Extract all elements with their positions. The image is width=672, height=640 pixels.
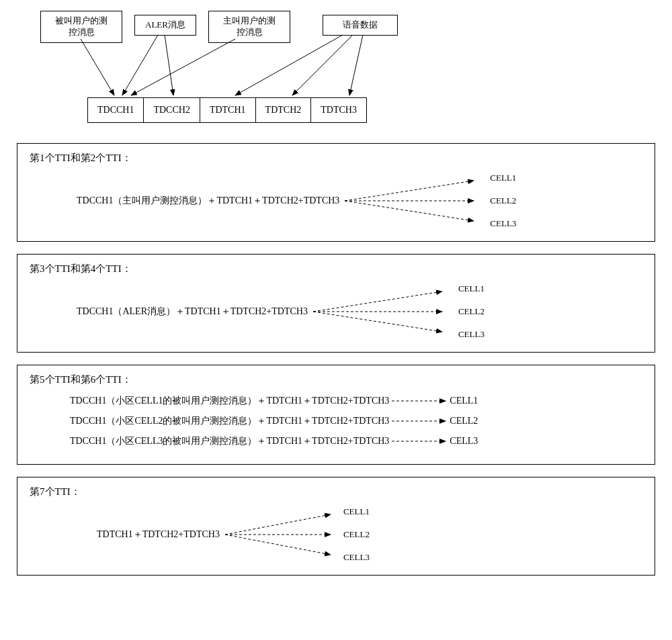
cell-label: CELL1: [458, 283, 485, 294]
cell-label: CELL3: [458, 329, 485, 340]
source-box-calling-user: 主叫用户的测控消息: [208, 11, 290, 43]
channel-tdcch2: TDCCH2: [143, 97, 200, 123]
arrow-straight: [389, 414, 450, 428]
panel-title: 第7个TTI：: [30, 486, 642, 498]
fanout-arrows: [339, 174, 487, 228]
source-box-aler: ALER消息: [134, 15, 196, 36]
svg-line-9: [345, 201, 474, 221]
cell-label: CELL3: [343, 552, 370, 563]
expression: TDCCH1（小区CELL2的被叫用户测控消息）＋TDTCH1＋TDTCH2+T…: [70, 415, 389, 427]
svg-line-0: [81, 39, 114, 95]
panel-tti-1-2: 第1个TTI和第2个TTI： TDCCH1（主叫用户测控消息）＋TDTCH1＋T…: [17, 143, 655, 242]
cell-label: CELL3: [490, 218, 516, 229]
svg-line-7: [345, 181, 474, 201]
cell-label: CELL2: [450, 416, 478, 426]
svg-line-18: [225, 535, 331, 555]
source-label: 主叫用户的测控消息: [223, 15, 276, 37]
cell-label: CELL2: [458, 306, 485, 317]
cell-label: CELL2: [343, 529, 370, 540]
channel-tdtch1: TDTCH1: [200, 97, 256, 123]
svg-line-10: [313, 291, 442, 312]
cell-targets: CELL1 CELL2 CELL3: [458, 283, 485, 340]
source-box-called-user: 被叫用户的测控消息: [40, 11, 122, 43]
source-box-voice-data: 语音数据: [323, 15, 398, 36]
panel-tti-7: 第7个TTI： TDTCH1＋TDTCH2+TDTCH3 CELL1 CELL2…: [17, 477, 655, 576]
expression: TDCCH1（主叫用户测控消息）＋TDTCH1＋TDTCH2+TDTCH3: [77, 195, 339, 207]
channel-tdcch1: TDCCH1: [87, 97, 144, 123]
panel-title: 第3个TTI和第4个TTI：: [30, 263, 642, 275]
expression: TDCCH1（ALER消息）＋TDTCH1＋TDTCH2+TDTCH3: [77, 306, 308, 318]
svg-line-1: [122, 35, 158, 95]
expression: TDCCH1（小区CELL3的被叫用户测控消息）＋TDTCH1＋TDTCH2+T…: [70, 435, 389, 447]
panel-title: 第5个TTI和第6个TTI：: [30, 373, 642, 386]
cell-targets: CELL1 CELL2 CELL3: [343, 506, 370, 563]
arrow-straight: [389, 435, 450, 448]
arrow-straight: [389, 394, 450, 408]
cell-label: CELL2: [490, 195, 516, 206]
svg-line-6: [349, 35, 363, 95]
panel-tti-5-6: 第5个TTI和第6个TTI： TDCCH1（小区CELL1的被叫用户测控消息）＋…: [17, 365, 655, 465]
svg-line-12: [313, 312, 442, 332]
cell-label: CELL3: [450, 436, 478, 447]
cell-label: CELL1: [450, 396, 478, 406]
fanout-arrows: [308, 285, 456, 338]
channel-tdtch3: TDTCH3: [310, 97, 367, 123]
svg-line-3: [131, 39, 235, 95]
source-channel-map: 被叫用户的测控消息 ALER消息 主叫用户的测控消息 语音数据 TDCCH1 T…: [27, 7, 665, 131]
panel-tti-3-4: 第3个TTI和第4个TTI： TDCCH1（ALER消息）＋TDTCH1＋TDT…: [17, 254, 655, 353]
fanout-arrows: [220, 508, 341, 561]
svg-line-2: [165, 35, 173, 95]
cell-label: CELL1: [343, 506, 370, 517]
channel-row: TDCCH1 TDCCH2 TDTCH1 TDTCH2 TDTCH3: [87, 97, 367, 123]
svg-line-4: [235, 35, 343, 95]
svg-line-5: [292, 35, 353, 95]
svg-line-16: [225, 514, 331, 535]
expression: TDCCH1（小区CELL1的被叫用户测控消息）＋TDTCH1＋TDTCH2+T…: [70, 395, 389, 407]
expression: TDTCH1＋TDTCH2+TDTCH3: [97, 529, 220, 541]
source-label: 被叫用户的测控消息: [55, 15, 108, 37]
cell-label: CELL1: [490, 173, 516, 183]
source-label: 语音数据: [343, 19, 378, 30]
channel-tdtch2: TDTCH2: [255, 97, 312, 123]
cell-targets: CELL1 CELL2 CELL3: [490, 173, 516, 229]
source-label: ALER消息: [145, 19, 185, 30]
panel-title: 第1个TTI和第2个TTI：: [30, 152, 642, 165]
